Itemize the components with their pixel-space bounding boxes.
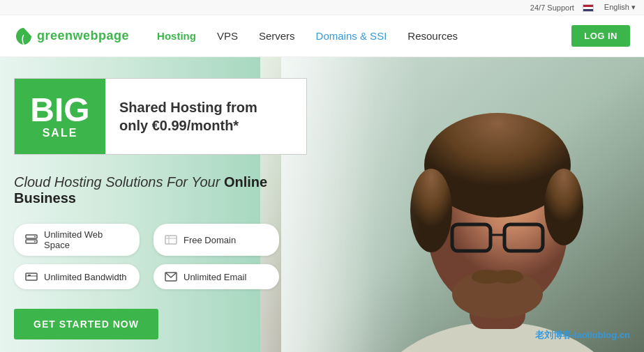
support-text: 24/7 Support [530, 3, 574, 12]
svg-rect-18 [165, 236, 177, 244]
top-bar: 24/7 Support English ▾ [0, 0, 644, 15]
logo-text: greenwebpage [37, 29, 129, 43]
feature-email: Unlimited Email [153, 264, 279, 289]
nav-domains[interactable]: Domains & SSI [316, 30, 387, 42]
nav-hosting[interactable]: Hosting [157, 30, 196, 42]
nav-servers[interactable]: Servers [259, 30, 295, 42]
web-space-label: Unlimited Web Space [44, 229, 129, 250]
svg-rect-21 [26, 273, 37, 280]
logo[interactable]: greenwebpage [14, 26, 129, 46]
features-grid: Unlimited Web Space Free Domain [14, 224, 279, 289]
watermark: 老刘博客-laoliublog.cn [535, 329, 631, 342]
sale-banner: BIG SALE Shared Hosting from only €0.99/… [14, 78, 307, 155]
sale-right: Shared Hosting from only €0.99/month* [105, 79, 306, 154]
sale-title: Shared Hosting from only €0.99/month* [119, 98, 257, 135]
feature-web-space: Unlimited Web Space [14, 224, 140, 256]
feature-bandwidth: Unlimited Bandwidth [14, 264, 140, 289]
top-bar-items: 24/7 Support English ▾ [530, 3, 636, 12]
svg-rect-23 [28, 275, 31, 276]
email-icon [164, 270, 178, 284]
free-domain-label: Free Domain [184, 235, 236, 245]
flag-icon [583, 3, 596, 12]
headline: Cloud Hosting Solutions For Your Online … [14, 174, 321, 206]
svg-point-16 [34, 236, 36, 238]
language-selector[interactable]: English ▾ [604, 3, 636, 12]
login-button[interactable]: LOG IN [571, 25, 630, 47]
sale-left: BIG SALE [15, 79, 105, 154]
cta-button[interactable]: GET STARTED NOW [14, 309, 158, 339]
server-icon [24, 233, 38, 247]
sale-big-text: BIG [30, 93, 89, 127]
hero-section: BIG SALE Shared Hosting from only €0.99/… [0, 57, 644, 352]
nav-links: Hosting VPS Servers Domains & SSI Resour… [157, 30, 571, 42]
sale-label-text: SALE [43, 127, 78, 139]
domain-icon [164, 233, 178, 247]
nav-vps[interactable]: VPS [217, 30, 238, 42]
hero-content: BIG SALE Shared Hosting from only €0.99/… [0, 57, 335, 352]
svg-point-17 [34, 241, 36, 243]
navbar: greenwebpage Hosting VPS Servers Domains… [0, 15, 644, 57]
email-label: Unlimited Email [184, 272, 246, 282]
bandwidth-icon [24, 270, 38, 284]
bandwidth-label: Unlimited Bandwidth [44, 272, 127, 282]
feature-free-domain: Free Domain [153, 224, 279, 256]
nav-resources[interactable]: Resources [407, 30, 458, 42]
leaf-icon [14, 26, 33, 46]
